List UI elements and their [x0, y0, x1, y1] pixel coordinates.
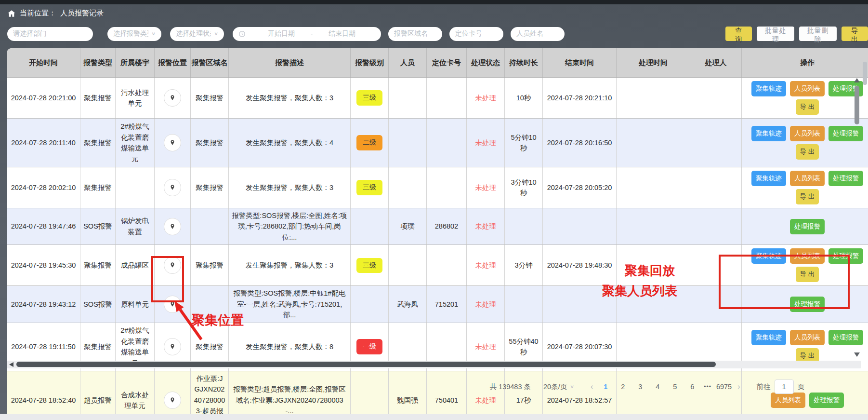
alarm-type-placeholder: 选择报警类型: [113, 29, 148, 38]
goto-page-input[interactable]: 1: [775, 379, 794, 394]
track-action-button[interactable]: 聚集轨迹: [751, 330, 786, 345]
vertical-scrollbar[interactable]: [854, 78, 860, 367]
location-pin-icon[interactable]: [164, 296, 181, 313]
page-number-button[interactable]: 6: [684, 383, 701, 391]
handler-cell: [690, 119, 742, 167]
person-name-input[interactable]: 人员姓名: [511, 27, 565, 41]
track-action-button[interactable]: 聚集轨迹: [751, 171, 786, 186]
alarm-level-badge: 三级: [356, 90, 382, 106]
location-pin-icon[interactable]: [164, 179, 181, 196]
location-pin-icon[interactable]: [164, 257, 181, 274]
alarm-type-cell: 超员报警: [80, 371, 116, 420]
page-size-select[interactable]: 20条/页 ∨: [543, 382, 574, 392]
page-number-button[interactable]: 1: [597, 383, 614, 391]
duration-cell: [505, 208, 543, 245]
export-action-button[interactable]: 导 出: [796, 189, 819, 204]
export-action-button[interactable]: 导 出: [796, 99, 819, 115]
handle-time-cell: [617, 371, 690, 420]
scroll-down-icon[interactable]: [854, 352, 860, 357]
home-icon[interactable]: [8, 10, 15, 17]
ellipsis-pages[interactable]: •••: [701, 383, 714, 390]
alarm-area-input[interactable]: 报警区域名: [388, 27, 442, 41]
list-action-button[interactable]: 人员列表: [790, 330, 825, 345]
start-time-cell: 2024-07-28 18:52:40: [7, 371, 80, 420]
description-cell: 发生聚集报警，聚集人数：3: [229, 78, 351, 119]
duration-cell: 10秒: [505, 78, 543, 119]
alarm-area-placeholder: 报警区域名: [394, 29, 436, 38]
handle-time-cell: [617, 245, 690, 286]
end-date-input[interactable]: 结束日期: [319, 29, 365, 38]
export-action-button[interactable]: 导 出: [796, 144, 819, 160]
location-pin-icon[interactable]: [164, 392, 181, 409]
column-header-10: 持续时长: [505, 48, 543, 78]
actions-cell: 聚集轨迹人员列表处理报警导 出: [742, 167, 868, 208]
duration-cell: [505, 286, 543, 323]
column-header-1: 报警类型: [80, 48, 116, 78]
alarm-type-select[interactable]: 选择报警类型 ∨: [107, 27, 161, 41]
table-row: 2024-07-28 19:45:30聚集报警成品罐区聚集报警发生聚集报警，聚集…: [7, 245, 868, 286]
alarm-location-cell: [155, 119, 191, 167]
actions-cell: 聚集轨迹人员列表处理报警导 出: [742, 119, 868, 167]
duration-cell: 5分钟10秒: [505, 119, 543, 167]
location-pin-icon[interactable]: [164, 218, 181, 235]
handle-status-select[interactable]: 选择处理状态 ∨: [170, 27, 224, 41]
prev-page-icon[interactable]: ‹: [587, 382, 597, 391]
breadcrumb-label: 当前位置：: [20, 9, 56, 18]
start-date-input[interactable]: 开始日期: [258, 29, 304, 38]
list-action-button[interactable]: 人员列表: [790, 171, 825, 186]
scroll-left-icon[interactable]: [9, 362, 13, 367]
list-action-button[interactable]: 人员列表: [790, 81, 825, 96]
description-cell: 发生聚集报警，聚集人数：3: [229, 167, 351, 208]
horizontal-scroll-thumb[interactable]: [16, 362, 716, 367]
export-action-button[interactable]: 导 出: [796, 267, 819, 282]
handle-action-button[interactable]: 处理报警: [809, 393, 844, 408]
page-number-button[interactable]: 4: [649, 383, 666, 391]
list-action-button[interactable]: 人员列表: [790, 248, 825, 264]
date-range-picker[interactable]: 开始日期 - 结束日期: [233, 27, 381, 41]
handler-cell: [690, 78, 742, 119]
page-number-button[interactable]: 5: [666, 383, 684, 391]
next-page-icon[interactable]: ›: [734, 382, 744, 391]
list-action-button[interactable]: 人员列表: [771, 393, 805, 408]
department-select[interactable]: 请选择部门: [7, 27, 93, 41]
page-number-button[interactable]: 3: [631, 383, 649, 391]
location-card-placeholder: 定位卡号: [455, 29, 498, 38]
vertical-scroll-thumb[interactable]: [855, 86, 859, 124]
page-numbers: 123456: [597, 383, 701, 391]
batch-delete-button[interactable]: 批量删除: [799, 27, 837, 41]
alarm-location-cell: [155, 245, 191, 286]
query-button[interactable]: 查 询: [725, 27, 752, 41]
alarm-level-badge: 三级: [356, 258, 382, 273]
location-pin-icon[interactable]: [164, 338, 181, 355]
description-cell: 报警类型:SOS报警,楼层:全图,姓名:项璞,卡号:286802,部门:热动车间…: [229, 208, 351, 245]
level-cell: 三级: [351, 167, 389, 208]
person-cell: [389, 78, 427, 119]
table-row: 2024-07-28 20:21:00聚集报警污水处理单元聚集报警发生聚集报警，…: [7, 78, 868, 119]
track-action-button[interactable]: 聚集轨迹: [751, 248, 786, 264]
track-action-button[interactable]: 聚集轨迹: [751, 126, 786, 141]
location-card-input[interactable]: 定位卡号: [449, 27, 503, 41]
last-page-button[interactable]: 6975: [714, 383, 734, 391]
chevron-down-icon: ∨: [570, 384, 574, 389]
handle-action-button[interactable]: 处理报警: [790, 219, 825, 234]
table-row: 2024-07-28 20:11:40聚集报警2#粉煤气化装置磨煤输送单元聚集报…: [7, 119, 868, 167]
horizontal-scrollbar[interactable]: [7, 361, 861, 368]
browser-scroll-thumb[interactable]: [863, 62, 867, 85]
end-time-cell: 2024-07-28 19:48:30: [543, 245, 617, 286]
start-time-cell: 2024-07-28 20:21:00: [7, 78, 80, 119]
chevron-down-icon: ∨: [151, 31, 156, 36]
handler-cell: [690, 167, 742, 208]
handle-time-cell: [617, 167, 690, 208]
handle-action-button[interactable]: 处理报警: [790, 297, 825, 312]
track-action-button[interactable]: 聚集轨迹: [751, 81, 786, 96]
scroll-up-icon[interactable]: [854, 78, 860, 82]
batch-handle-button[interactable]: 批量处理: [757, 27, 794, 41]
export-button[interactable]: 导 出: [842, 27, 868, 41]
page-number-button[interactable]: 2: [614, 383, 631, 391]
goto-label: 前往: [757, 382, 771, 392]
location-pin-icon[interactable]: [164, 134, 181, 151]
list-action-button[interactable]: 人员列表: [790, 126, 825, 141]
filter-actions: 查 询 批量处理 批量删除 导 出: [725, 27, 868, 41]
start-time-cell: 2024-07-28 19:47:46: [7, 208, 80, 245]
location-pin-icon[interactable]: [164, 89, 181, 107]
